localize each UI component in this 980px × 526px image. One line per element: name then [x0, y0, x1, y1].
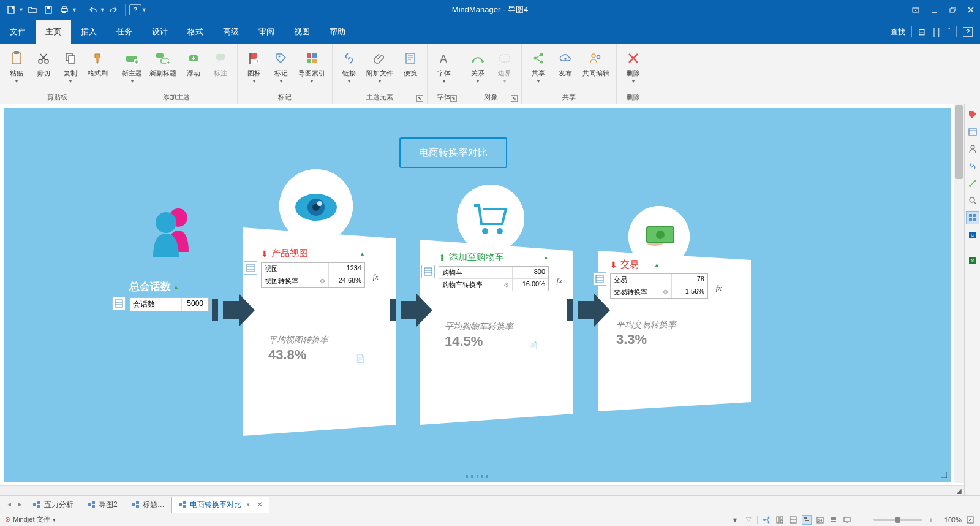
tab-nav-prev[interactable]: ◄: [4, 499, 15, 510]
gear-icon[interactable]: ⚙: [503, 281, 509, 288]
panel-grid-icon[interactable]: [966, 211, 979, 224]
tab-home[interactable]: 主页: [36, 20, 71, 44]
open-file-button[interactable]: [25, 2, 40, 17]
vertical-scrollbar[interactable]: [954, 104, 964, 483]
canvas-grip[interactable]: [466, 475, 488, 478]
restore-button[interactable]: [943, 1, 962, 18]
dropdown-icon[interactable]: ▾: [53, 517, 56, 523]
horizontal-scrollbar[interactable]: [0, 485, 954, 495]
expand-icon[interactable]: ▲: [654, 262, 660, 268]
expand-icon[interactable]: ▲: [173, 284, 179, 290]
print-button[interactable]: [57, 2, 72, 17]
share-button[interactable]: 共享▾: [526, 47, 551, 91]
note-icon[interactable]: 📄: [356, 354, 365, 363]
panel-outlook-icon[interactable]: O: [966, 228, 979, 242]
outline-view-icon[interactable]: [788, 515, 798, 525]
dropdown-icon[interactable]: ▼: [18, 7, 24, 13]
delete-button[interactable]: 删除▾: [620, 47, 646, 91]
canvas[interactable]: 电商转换率对比 总会话数▲ 会话数5000: [4, 108, 951, 482]
sub-topic-button[interactable]: 新副标题: [146, 47, 179, 91]
dialog-launcher[interactable]: ⬊: [511, 95, 518, 102]
tab-task[interactable]: 任务: [107, 20, 142, 44]
filter-icon-2[interactable]: ▽: [744, 515, 753, 525]
doc-tab[interactable]: 标题…: [124, 497, 172, 513]
dropdown-icon[interactable]: ▼: [141, 7, 147, 13]
zoom-level[interactable]: 100%: [940, 516, 962, 524]
tab-help[interactable]: 帮助: [320, 20, 355, 44]
tab-insert[interactable]: 插入: [71, 20, 107, 44]
tag-button[interactable]: 标记▾: [268, 47, 294, 91]
tab-advanced[interactable]: 高级: [213, 20, 249, 44]
tab-file[interactable]: 文件: [0, 20, 36, 44]
floating-topic-button[interactable]: 浮动: [181, 47, 206, 91]
collapse-ribbon-icon[interactable]: ˇ: [948, 28, 950, 36]
tab-format[interactable]: 格式: [178, 20, 213, 44]
new-topic-button[interactable]: 新主题▾: [119, 47, 145, 91]
tab-design[interactable]: 设计: [142, 20, 178, 44]
filter-icon[interactable]: ▼: [730, 515, 740, 525]
mapindex-button[interactable]: 导图索引▾: [295, 47, 328, 91]
panel-excel-icon[interactable]: X: [966, 254, 979, 267]
redo-button[interactable]: [107, 2, 121, 17]
tab-view[interactable]: 视图: [284, 20, 320, 44]
save-button[interactable]: [41, 2, 56, 17]
icon-marker-button[interactable]: 1图标▾: [241, 47, 267, 91]
gantt-view-icon[interactable]: [802, 515, 812, 525]
tree-view-icon[interactable]: [761, 515, 771, 525]
coedit-button[interactable]: 共同编辑: [579, 47, 612, 91]
map-view-icon[interactable]: [775, 515, 785, 525]
format-painter-button[interactable]: 格式刷: [85, 47, 111, 91]
panel-link-icon[interactable]: [966, 159, 979, 173]
zoom-out-icon[interactable]: −: [860, 515, 870, 525]
panel-calendar-icon[interactable]: [966, 125, 979, 139]
dialog-launcher[interactable]: ⬊: [450, 95, 457, 102]
presentation-view-icon[interactable]: [842, 515, 852, 525]
font-button[interactable]: A字体▾: [431, 47, 457, 91]
help-button[interactable]: ?: [129, 4, 141, 15]
ribbon-display-button[interactable]: [907, 1, 925, 18]
gear-icon[interactable]: ⚙: [663, 289, 668, 295]
publish-button[interactable]: 发布: [552, 47, 578, 91]
relation-button[interactable]: 关系▾: [465, 47, 491, 91]
help-icon[interactable]: ?: [963, 27, 973, 37]
close-tab-icon[interactable]: ✕: [257, 500, 263, 509]
attach-button[interactable]: 附加文件▾: [363, 47, 396, 91]
fit-view-icon[interactable]: [965, 515, 975, 525]
panel-search-icon[interactable]: [966, 194, 979, 207]
close-button[interactable]: [962, 1, 980, 18]
panel-toggle-icon[interactable]: ⊟: [918, 27, 925, 37]
doc-tab-active[interactable]: 电商转换率对比▾✕: [172, 497, 270, 513]
dropdown-icon[interactable]: ▾: [247, 501, 250, 508]
step-add-cart[interactable]: ⬆添加至购物车▲ 购物车800 购物车转换率⚙16.00% fx: [439, 251, 549, 291]
dropdown-icon[interactable]: ▼: [100, 7, 105, 13]
list-view-icon[interactable]: [829, 515, 839, 525]
panel-tag-icon[interactable]: [966, 108, 979, 121]
zoom-in-icon[interactable]: +: [926, 515, 936, 525]
cut-button[interactable]: 剪切: [31, 47, 56, 91]
calendar-view-icon[interactable]: 24: [815, 515, 825, 525]
step-transaction[interactable]: ⬇交易▲ 交易78 交易转换率⚙1.56% fx: [610, 259, 708, 299]
dialog-launcher[interactable]: ⬊: [417, 95, 423, 102]
undo-button[interactable]: [85, 2, 100, 17]
new-file-button[interactable]: [4, 2, 18, 17]
expand-icon[interactable]: ▲: [360, 251, 365, 257]
step-product-view[interactable]: ⬇产品视图▲ 视图1234 视图转换率⚙24.68% fx: [261, 248, 365, 288]
tab-nav-next[interactable]: ►: [15, 499, 26, 510]
total-sessions-box[interactable]: 总会话数▲ 会话数5000: [129, 280, 209, 311]
note-button[interactable]: 便笺: [398, 47, 423, 91]
panel-relation-icon[interactable]: [966, 177, 979, 190]
paste-button[interactable]: 粘贴▾: [4, 47, 29, 91]
link-button[interactable]: 链接▾: [336, 47, 362, 91]
root-topic[interactable]: 电商转换率对比: [399, 137, 507, 168]
barcode-icon[interactable]: ║║: [932, 28, 941, 37]
doc-tab[interactable]: 导图2: [80, 497, 124, 513]
panel-user-icon[interactable]: [966, 142, 979, 156]
resize-handle[interactable]: [940, 471, 947, 478]
tab-review[interactable]: 审阅: [249, 20, 284, 44]
zoom-slider[interactable]: [873, 519, 922, 521]
dropdown-icon[interactable]: ▼: [72, 7, 77, 13]
gear-icon[interactable]: ⚙: [320, 278, 325, 284]
minimize-button[interactable]: [925, 1, 943, 18]
search-label[interactable]: 查找: [891, 27, 905, 37]
doc-tab[interactable]: 五力分析: [26, 497, 80, 513]
